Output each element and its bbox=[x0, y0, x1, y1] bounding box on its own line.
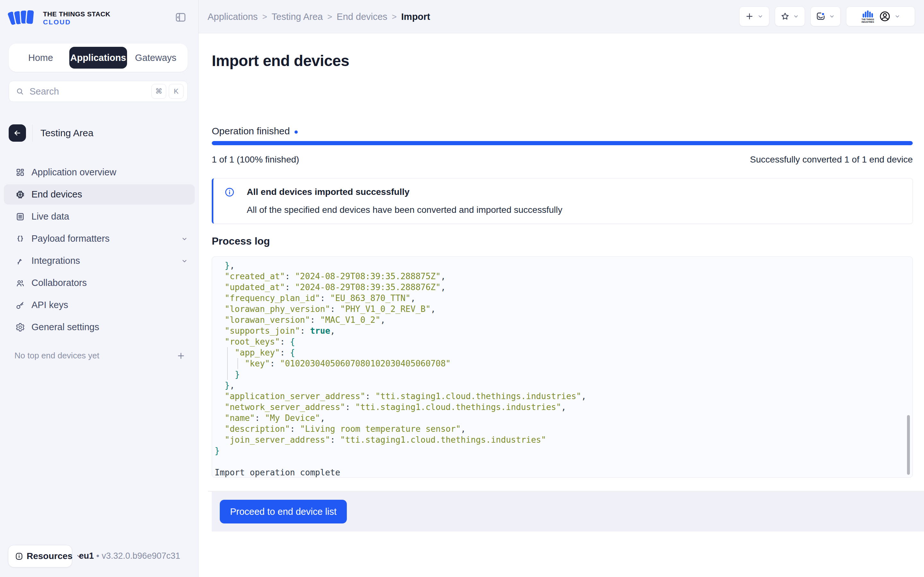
sidebar-item-label: API keys bbox=[31, 300, 188, 310]
tti-logo-icon: THE THINGS INDUSTRIES bbox=[861, 10, 876, 23]
sidebar-item-api-keys[interactable]: API keys bbox=[4, 295, 195, 315]
progress-result-label: Successfully converted 1 of 1 end device bbox=[750, 155, 913, 165]
sidebar-item-application-overview[interactable]: Application overview bbox=[4, 162, 195, 182]
chevron-down-icon bbox=[894, 13, 901, 19]
divider bbox=[32, 125, 33, 141]
sidebar-item-label: Integrations bbox=[31, 255, 181, 266]
breadcrumb-separator: > bbox=[392, 12, 397, 22]
sidebar-item-label: Payload formatters bbox=[31, 234, 181, 244]
process-log-content: }, "created_at": "2024-08-29T08:39:35.28… bbox=[215, 260, 906, 478]
no-top-devices-hint: No top end devices yet bbox=[15, 351, 176, 361]
plus-icon bbox=[745, 12, 754, 21]
sidebar-item-label: Application overview bbox=[31, 167, 188, 177]
search-placeholder: Search bbox=[29, 86, 149, 97]
sidebar-item-label: Live data bbox=[31, 211, 188, 222]
application-name: Testing Area bbox=[40, 127, 94, 139]
chevron-down-icon bbox=[793, 13, 799, 19]
logo-mark-icon bbox=[7, 8, 39, 28]
app-logo[interactable]: THE THINGS STACK CLOUD bbox=[7, 8, 192, 28]
search-icon bbox=[15, 87, 24, 96]
breadcrumb-applications[interactable]: Applications bbox=[208, 11, 258, 22]
operation-status-label: Operation finished bbox=[212, 126, 290, 137]
avatar bbox=[879, 10, 891, 23]
sidebar-item-label: Collaborators bbox=[31, 277, 188, 288]
live-data-icon bbox=[15, 212, 25, 221]
general-settings-icon bbox=[15, 322, 25, 332]
breadcrumb-testing-area[interactable]: Testing Area bbox=[272, 11, 323, 22]
overview-icon bbox=[15, 168, 25, 177]
sidebar-nav: Application overview End devices Live da… bbox=[4, 162, 195, 339]
star-icon bbox=[780, 12, 790, 21]
progress-bar-fill bbox=[212, 141, 913, 145]
back-button[interactable] bbox=[9, 124, 26, 142]
sidebar-item-payload-formatters[interactable]: Payload formatters bbox=[4, 229, 195, 249]
chevron-down-icon bbox=[181, 235, 188, 243]
api-keys-icon bbox=[15, 300, 25, 310]
breadcrumb-import: Import bbox=[401, 11, 430, 22]
logo-text-line1: THE THINGS STACK bbox=[43, 10, 110, 18]
bullet: • bbox=[96, 551, 99, 561]
tab-gateways[interactable]: Gateways bbox=[127, 47, 184, 69]
kbd-k: K bbox=[169, 84, 184, 99]
integrations-icon bbox=[15, 256, 25, 266]
success-alert: All end devices imported successfully Al… bbox=[212, 178, 913, 224]
alert-title: All end devices imported successfully bbox=[247, 187, 409, 197]
process-log-heading: Process log bbox=[212, 235, 270, 247]
chevron-down-icon bbox=[181, 257, 188, 265]
sidebar-collapse-button[interactable] bbox=[174, 11, 187, 24]
notifications-icon bbox=[816, 11, 825, 21]
progress-bar bbox=[212, 141, 913, 145]
notifications-button[interactable] bbox=[811, 6, 841, 26]
svg-text:INDUSTRIES: INDUSTRIES bbox=[861, 21, 874, 23]
breadcrumb-end-devices[interactable]: End devices bbox=[336, 11, 387, 22]
favorites-button[interactable] bbox=[775, 6, 805, 26]
tab-applications[interactable]: Applications bbox=[69, 47, 127, 69]
search-input[interactable]: Search ⌘ K bbox=[9, 81, 188, 102]
sidebar: THE THINGS STACK CLOUD Home Applications… bbox=[0, 0, 199, 577]
account-menu-button[interactable]: THE THINGS INDUSTRIES bbox=[846, 6, 915, 26]
breadcrumb-separator: > bbox=[262, 12, 267, 22]
breadcrumb: Applications > Testing Area > End device… bbox=[208, 0, 430, 33]
arrow-left-icon bbox=[13, 129, 22, 137]
breadcrumb-separator: > bbox=[327, 12, 332, 22]
process-log: }, "created_at": "2024-08-29T08:39:35.28… bbox=[212, 256, 913, 478]
cluster-version: eu1 • v3.32.0.b96e907c31 bbox=[79, 551, 180, 561]
add-top-device-button[interactable] bbox=[176, 351, 186, 360]
end-devices-icon bbox=[15, 190, 25, 199]
main-content: Import end devices Operation finished 1 … bbox=[199, 33, 924, 577]
sidebar-item-general-settings[interactable]: General settings bbox=[4, 317, 195, 337]
chevron-down-icon bbox=[829, 13, 835, 19]
primary-tabs: Home Applications Gateways bbox=[9, 44, 188, 72]
collaborators-icon bbox=[15, 278, 25, 288]
resources-button[interactable]: Resources bbox=[8, 545, 72, 567]
chevron-down-icon bbox=[757, 13, 764, 19]
log-scrollbar-thumb[interactable] bbox=[907, 415, 910, 475]
version-label: v3.32.0.b96e907c31 bbox=[102, 551, 180, 561]
payload-formatters-icon bbox=[15, 234, 25, 243]
page-title: Import end devices bbox=[212, 52, 349, 69]
sidebar-item-end-devices[interactable]: End devices bbox=[4, 184, 195, 205]
sidebar-item-live-data[interactable]: Live data bbox=[4, 206, 195, 227]
proceed-to-end-device-list-button[interactable]: Proceed to end device list bbox=[220, 500, 347, 524]
tab-home[interactable]: Home bbox=[12, 47, 69, 69]
info-circle-icon bbox=[224, 187, 235, 197]
kbd-cmd: ⌘ bbox=[152, 84, 166, 99]
resources-label: Resources bbox=[27, 551, 73, 561]
sidebar-item-label: General settings bbox=[31, 322, 188, 332]
sidebar-item-collaborators[interactable]: Collaborators bbox=[4, 273, 195, 293]
status-dot bbox=[294, 131, 298, 134]
logo-text-line2: CLOUD bbox=[43, 18, 110, 26]
sidebar-item-integrations[interactable]: Integrations bbox=[4, 251, 195, 271]
sidebar-item-label: End devices bbox=[31, 189, 188, 200]
progress-count-label: 1 of 1 (100% finished) bbox=[212, 155, 299, 165]
divider bbox=[208, 491, 924, 492]
svg-text:THE THINGS: THE THINGS bbox=[861, 18, 874, 21]
header: Applications > Testing Area > End device… bbox=[199, 0, 924, 33]
sidebar-collapse-icon bbox=[174, 11, 187, 23]
add-button[interactable] bbox=[739, 6, 769, 26]
form-footer: Proceed to end device list bbox=[212, 492, 924, 532]
info-icon bbox=[15, 552, 23, 561]
alert-body: All of the specified end devices have be… bbox=[247, 205, 562, 215]
cluster-id: eu1 bbox=[79, 551, 94, 561]
